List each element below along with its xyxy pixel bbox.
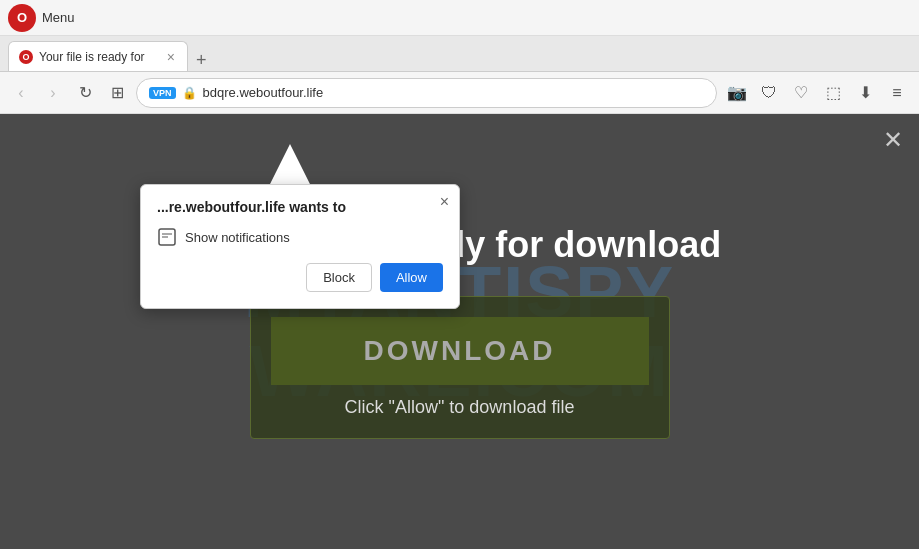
tab-bar: O Your file is ready for × +	[0, 36, 919, 72]
click-instruction: Click "Allow" to download file	[345, 397, 575, 418]
download-box: DOWNLOAD Click "Allow" to download file	[250, 296, 670, 439]
notification-popup: ...re.weboutfour.life wants to × Show no…	[140, 184, 460, 309]
grid-button[interactable]: ⊞	[104, 80, 130, 106]
browser-frame: O Menu O Your file is ready for × + ‹ › …	[0, 0, 919, 549]
browser-content: MYANTISPY WARE.COM ✕ Your file is ready …	[0, 114, 919, 549]
page-close-button[interactable]: ✕	[883, 126, 903, 154]
popup-actions: Block Allow	[157, 263, 443, 292]
box-button[interactable]: ⬚	[819, 79, 847, 107]
tab-close-icon[interactable]: ×	[165, 49, 177, 65]
forward-button[interactable]: ›	[40, 80, 66, 106]
heart-button[interactable]: ♡	[787, 79, 815, 107]
allow-button[interactable]: Allow	[380, 263, 443, 292]
new-tab-button[interactable]: +	[190, 50, 213, 71]
vpn-badge: VPN	[149, 87, 176, 99]
active-tab[interactable]: O Your file is ready for ×	[8, 41, 188, 71]
download-button[interactable]: ⬇	[851, 79, 879, 107]
block-button[interactable]: Block	[306, 263, 372, 292]
title-bar-left: O Menu	[8, 4, 75, 32]
menu-button[interactable]: ≡	[883, 79, 911, 107]
notification-icon	[157, 227, 177, 247]
camera-button[interactable]: 📷	[723, 79, 751, 107]
lock-icon: 🔒	[182, 86, 197, 100]
permission-text: Show notifications	[185, 230, 290, 245]
refresh-button[interactable]: ↻	[72, 80, 98, 106]
toolbar-icons: 📷 🛡 ♡ ⬚ ⬇ ≡	[723, 79, 911, 107]
popup-permission-row: Show notifications	[157, 227, 443, 247]
url-text: bdqre.weboutfour.life	[203, 85, 704, 100]
popup-header: ...re.weboutfour.life wants to	[157, 199, 443, 215]
address-bar-row: ‹ › ↻ ⊞ VPN 🔒 bdqre.weboutfour.life 📷 🛡 …	[0, 72, 919, 114]
download-button-main[interactable]: DOWNLOAD	[271, 317, 649, 385]
address-bar[interactable]: VPN 🔒 bdqre.weboutfour.life	[136, 78, 717, 108]
popup-close-button[interactable]: ×	[440, 193, 449, 211]
opera-menu-button[interactable]: O	[8, 4, 36, 32]
tab-favicon: O	[19, 50, 33, 64]
tab-title: Your file is ready for	[39, 50, 159, 64]
shield-button[interactable]: 🛡	[755, 79, 783, 107]
back-button[interactable]: ‹	[8, 80, 34, 106]
menu-label[interactable]: Menu	[42, 10, 75, 25]
title-bar: O Menu	[0, 0, 919, 36]
